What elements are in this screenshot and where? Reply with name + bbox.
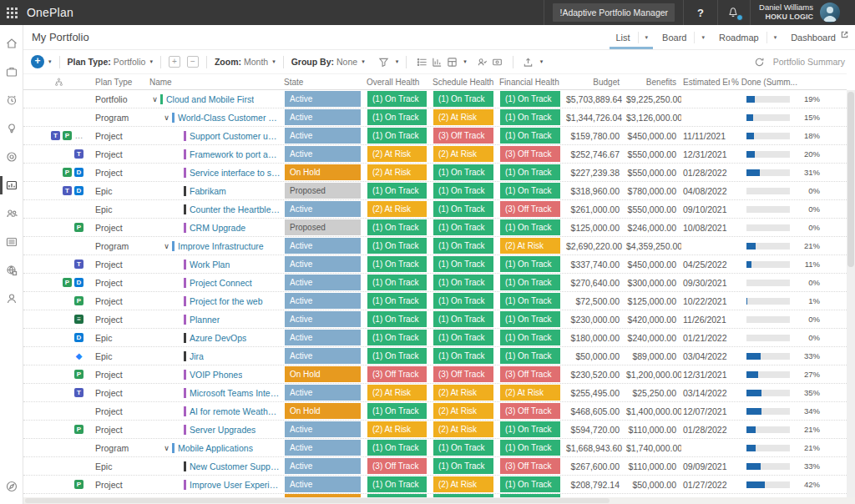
state-badge[interactable]: On Hold bbox=[285, 366, 361, 382]
cost-button[interactable] bbox=[490, 54, 505, 69]
financial-health-badge[interactable]: (1) On Track bbox=[500, 109, 560, 125]
filter-button[interactable] bbox=[377, 54, 392, 69]
sidebar-item-ideas[interactable] bbox=[0, 114, 23, 143]
export-button[interactable] bbox=[521, 54, 536, 69]
plan-name-link[interactable]: AI for remote Weather Stations bbox=[190, 406, 281, 416]
table-row[interactable]: TProjectMicrosoft Teams Integration an..… bbox=[23, 384, 847, 402]
overall-health-badge[interactable]: (1) On Track bbox=[367, 275, 427, 290]
more-icon[interactable]: … bbox=[74, 131, 83, 140]
table-row[interactable]: TP…ProjectSupport Customer using MobileA… bbox=[23, 127, 847, 145]
board-dropdown-caret-icon[interactable]: ▾ bbox=[694, 32, 711, 43]
vertical-scrollbar-thumb[interactable] bbox=[847, 92, 854, 267]
row-expand-chevron-icon[interactable]: ∨ bbox=[161, 444, 172, 452]
plan-name-link[interactable]: Work Plan bbox=[190, 260, 230, 270]
plan-name-link[interactable]: Support Customer using Mobile bbox=[190, 131, 281, 141]
schedule-health-badge[interactable]: (1) On Track bbox=[433, 440, 493, 456]
overall-health-badge[interactable]: (1) On Track bbox=[367, 476, 427, 492]
overall-health-badge[interactable]: (2) At Risk bbox=[367, 201, 427, 217]
zoom-caret-icon[interactable]: ▾ bbox=[272, 58, 276, 65]
horizontal-scrollbar-thumb[interactable] bbox=[25, 498, 610, 503]
schedule-health-badge[interactable]: (1) On Track bbox=[433, 275, 493, 290]
financial-health-badge[interactable]: (1) On Track bbox=[500, 219, 560, 235]
financial-health-badge[interactable]: (1) On Track bbox=[500, 91, 560, 107]
state-badge[interactable]: Active bbox=[285, 385, 361, 401]
project-icon[interactable]: P bbox=[74, 370, 83, 379]
financial-health-badge[interactable]: (3) Off Track bbox=[500, 458, 560, 474]
column-header-overall-health[interactable]: Overall Health bbox=[365, 78, 431, 87]
portfolio-summary-link[interactable]: Portfolio Summary bbox=[773, 57, 845, 67]
financial-health-badge[interactable]: (2) At Risk bbox=[500, 385, 560, 401]
roadmap-dropdown-caret-icon[interactable]: ▾ bbox=[766, 32, 784, 43]
plan-name-link[interactable]: New Customer Support Portal bbox=[190, 461, 281, 471]
app-launcher-button[interactable] bbox=[0, 0, 23, 25]
schedule-health-badge[interactable]: (2) At Risk bbox=[433, 476, 493, 492]
financial-health-badge[interactable]: (1) On Track bbox=[500, 128, 560, 144]
plan-name-link[interactable]: Improve User Experience bbox=[190, 480, 281, 490]
table-row[interactable]: TProjectWork PlanActive(1) On Track(1) O… bbox=[23, 255, 847, 274]
devops-icon[interactable]: D bbox=[74, 333, 83, 342]
table-row[interactable]: PProjectProject for the webActive(1) On … bbox=[23, 292, 847, 310]
financial-health-badge[interactable]: (1) On Track bbox=[500, 348, 560, 364]
overall-health-badge[interactable]: (1) On Track bbox=[367, 219, 427, 235]
plan-name-link[interactable]: Azure DevOps bbox=[190, 333, 246, 343]
state-badge[interactable]: Active bbox=[285, 256, 361, 272]
filter-caret-icon[interactable]: ▾ bbox=[396, 58, 399, 65]
group-by-caret-icon[interactable]: ▾ bbox=[362, 58, 365, 65]
overall-health-badge[interactable]: (2) At Risk bbox=[367, 146, 427, 162]
state-badge[interactable]: Active bbox=[285, 476, 361, 492]
overall-health-badge[interactable]: (1) On Track bbox=[367, 440, 427, 456]
teams-icon[interactable]: T bbox=[74, 388, 83, 397]
overall-health-badge[interactable]: (2) At Risk bbox=[367, 421, 427, 437]
schedule-health-badge[interactable]: (2) At Risk bbox=[433, 385, 493, 401]
financial-health-badge[interactable]: (1) On Track bbox=[500, 275, 560, 290]
overall-health-badge[interactable]: (1) On Track bbox=[367, 311, 427, 327]
export-caret-icon[interactable]: ▾ bbox=[540, 58, 544, 65]
horizontal-scrollbar[interactable] bbox=[23, 497, 855, 504]
expand-all-button[interactable]: + bbox=[169, 56, 180, 68]
table-row[interactable]: ≡ProjectPlannerActive(1) On Track(1) On … bbox=[23, 310, 847, 329]
project-icon[interactable]: P bbox=[63, 131, 72, 140]
teams-icon[interactable]: T bbox=[74, 149, 83, 159]
financial-health-badge[interactable]: (1) On Track bbox=[500, 164, 560, 180]
overall-health-badge[interactable]: (2) At Risk bbox=[367, 385, 427, 401]
financial-health-badge[interactable]: (3) Off Track bbox=[500, 403, 560, 419]
teams-icon[interactable]: T bbox=[51, 131, 60, 140]
financial-health-badge[interactable]: (3) Off Track bbox=[500, 146, 560, 162]
state-badge[interactable]: Proposed bbox=[285, 219, 361, 235]
table-row[interactable]: TDEpicFabrikamProposed(1) On Track(1) On… bbox=[23, 182, 847, 200]
state-badge[interactable]: On Hold bbox=[285, 403, 361, 419]
plan-name-link[interactable]: Cloud and Mobile First bbox=[166, 94, 254, 104]
row-expand-chevron-icon[interactable]: ∨ bbox=[161, 242, 172, 250]
overall-health-badge[interactable]: (3) Off Track bbox=[367, 366, 427, 382]
vertical-scrollbar[interactable] bbox=[847, 90, 855, 497]
table-row[interactable]: PProjectCRM UpgradeProposed(1) On Track(… bbox=[23, 219, 847, 237]
sidebar-item-portfolios[interactable] bbox=[0, 58, 23, 86]
overall-health-badge[interactable]: (1) On Track bbox=[367, 109, 427, 125]
financial-health-badge[interactable]: (3) Off Track bbox=[500, 201, 560, 217]
project-icon[interactable]: P bbox=[74, 296, 83, 305]
gantt-view-button[interactable] bbox=[429, 54, 444, 69]
overall-health-badge[interactable]: (1) On Track bbox=[367, 91, 427, 107]
project-icon[interactable]: P bbox=[74, 425, 83, 434]
overall-health-badge[interactable]: (2) At Risk bbox=[367, 164, 427, 180]
sidebar-item-my-work[interactable] bbox=[0, 285, 23, 313]
financial-health-badge[interactable]: (1) On Track bbox=[500, 293, 560, 309]
resources-button[interactable] bbox=[475, 54, 490, 69]
column-header-benefits[interactable]: Benefits bbox=[625, 78, 681, 87]
list-dropdown-caret-icon[interactable]: ▾ bbox=[638, 32, 655, 43]
state-badge[interactable]: Proposed bbox=[285, 183, 361, 199]
financial-health-badge[interactable]: (3) Off Track bbox=[500, 366, 560, 382]
schedule-health-badge[interactable]: (2) At Risk bbox=[433, 403, 493, 419]
schedule-health-badge[interactable]: (3) Off Track bbox=[433, 366, 493, 382]
financial-health-badge[interactable]: (1) On Track bbox=[500, 476, 560, 492]
column-header-state[interactable]: State bbox=[282, 78, 365, 87]
sidebar-item-insights[interactable] bbox=[0, 256, 23, 285]
plan-name-link[interactable]: Mobile Applications bbox=[178, 443, 253, 453]
schedule-health-badge[interactable]: (1) On Track bbox=[433, 330, 493, 345]
project-icon[interactable]: P bbox=[74, 223, 83, 232]
jira-icon[interactable]: ◆ bbox=[74, 351, 83, 360]
schedule-health-badge[interactable]: (1) On Track bbox=[433, 183, 493, 199]
zoom-value[interactable]: Month bbox=[244, 57, 268, 67]
devops-icon[interactable]: D bbox=[74, 168, 83, 177]
teams-icon[interactable]: T bbox=[74, 260, 83, 269]
